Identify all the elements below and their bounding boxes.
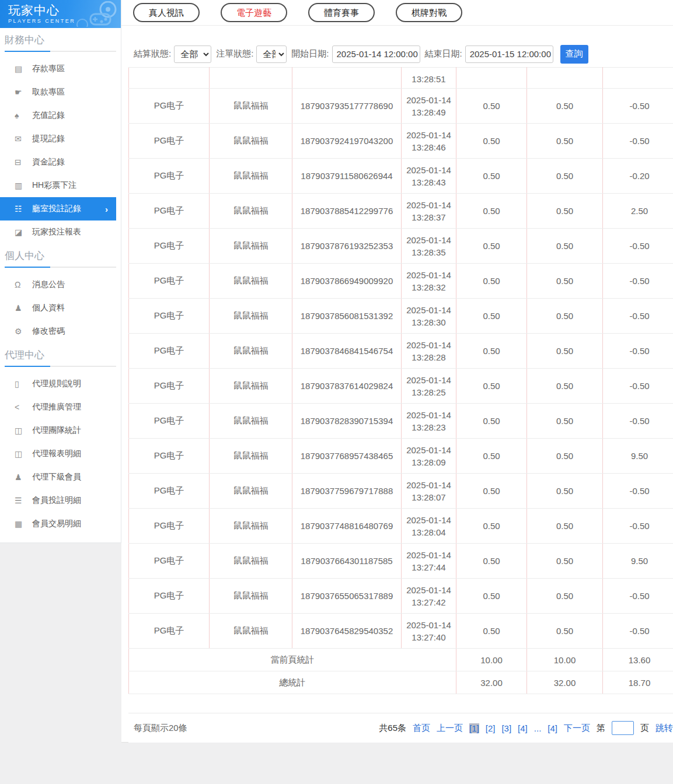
share-icon: < <box>15 402 32 412</box>
cell-bet: 0.50 <box>456 404 527 439</box>
sidebar-item-label: HH彩票下注 <box>32 180 76 191</box>
cell-win-loss: -0.50 <box>603 334 673 369</box>
cell-win-loss: -0.50 <box>603 89 673 124</box>
summary-bet: 32.00 <box>456 671 527 694</box>
end-date-input[interactable] <box>465 46 553 63</box>
cell-bet: 0.50 <box>456 124 527 159</box>
tab-sports[interactable]: 體育賽事 <box>308 3 375 22</box>
tab-board-games[interactable]: 棋牌對戰 <box>396 3 462 22</box>
order-status-select[interactable]: 全部 <box>256 46 287 63</box>
cell-valid-bet: 0.50 <box>527 334 603 369</box>
sidebar-item-agent-team-stats[interactable]: ◫ 代理團隊統計 <box>0 419 121 442</box>
tab-electronic-games[interactable]: 電子遊藝 <box>221 3 287 22</box>
sidebar-item-announcements[interactable]: Ω 消息公告 <box>0 273 121 296</box>
sidebar-item-recharge-records[interactable]: ♠ 充值記錄 <box>0 104 121 127</box>
sidebar-item-change-password[interactable]: ⚙ 修改密碼 <box>0 320 121 343</box>
jump-page-input[interactable] <box>612 721 634 735</box>
cell-bet: 0.50 <box>456 159 527 194</box>
page-link-3[interactable]: [3] <box>501 723 511 733</box>
sidebar-item-label: 會員投註明細 <box>32 495 81 506</box>
cell-provider: PG电子 <box>129 369 210 404</box>
cell-time: 2025-01-14 13:27:40 <box>402 614 456 649</box>
cell-game: 鼠鼠福福 <box>210 299 292 334</box>
page-link-last[interactable]: [4] <box>548 723 557 733</box>
cell-game: 鼠鼠福福 <box>210 474 292 509</box>
sidebar-item-withdraw-records[interactable]: ✉ 提現記錄 <box>0 127 121 150</box>
cell-provider: PG电子 <box>129 89 210 124</box>
sidebar-item-agent-report-detail[interactable]: ◫ 代理報表明細 <box>0 442 121 466</box>
cell-time: 2025-01-14 13:28:25 <box>402 369 456 404</box>
sidebar-item-member-bet-detail[interactable]: ☰ 會員投註明細 <box>0 489 121 512</box>
gamepad-icon <box>74 1 117 27</box>
sidebar-item-withdraw[interactable]: ☛ 取款專區 <box>0 80 121 104</box>
cell-game <box>210 68 292 89</box>
cell-time: 2025-01-14 13:27:44 <box>402 544 456 579</box>
cell-bet: 0.50 <box>456 439 527 474</box>
page-link-2[interactable]: [2] <box>486 723 496 733</box>
sidebar-item-funds-records[interactable]: ⊟ 資金記錄 <box>0 150 121 174</box>
page-link-1[interactable]: [1] <box>469 723 479 733</box>
sidebar-item-agent-sub-members[interactable]: ♟ 代理下級會員 <box>0 466 121 489</box>
cell-bet: 0.50 <box>456 334 527 369</box>
cell-valid-bet: 0.50 <box>527 264 603 299</box>
jump-prefix-label: 第 <box>597 723 605 734</box>
section-divider <box>5 267 116 268</box>
sidebar-item-player-bet-report[interactable]: ◪ 玩家投注報表 <box>0 220 121 244</box>
start-date-input[interactable] <box>332 46 420 63</box>
cell-bet: 0.50 <box>456 229 527 264</box>
pagination-controls: 共65条 首页 上一页 [1] [2] [3] [4] ... [4] 下一页 … <box>379 721 673 735</box>
cell-valid-bet: 0.50 <box>527 614 603 649</box>
document-icon: ▯ <box>15 379 32 388</box>
cell-valid-bet: 0.50 <box>527 544 603 579</box>
summary-valid-bet: 10.00 <box>527 649 603 671</box>
cell-provider: PG电子 <box>129 229 210 264</box>
sidebar-item-agent-rules[interactable]: ▯ 代理規則說明 <box>0 372 121 396</box>
cell-game: 鼠鼠福福 <box>210 509 292 544</box>
sidebar-item-room-bet-records[interactable]: ☷ 廳室投註記錄 › <box>0 197 116 220</box>
cell-win-loss: -0.50 <box>603 404 673 439</box>
sidebar-item-deposit[interactable]: ▤ 存款專區 <box>0 57 121 80</box>
cell-game: 鼠鼠福福 <box>210 579 292 614</box>
cell-time: 2025-01-14 13:28:28 <box>402 334 456 369</box>
first-page-link[interactable]: 首页 <box>413 723 430 734</box>
filter-bar: 結算狀態: 全部 注單狀態: 全部 開始日期: 結束日期: 查詢 <box>121 26 673 67</box>
summary-label: 總統計 <box>129 671 456 694</box>
cell-game: 鼠鼠福福 <box>210 264 292 299</box>
tab-live-casino[interactable]: 真人視訊 <box>133 3 200 22</box>
table-row: PG电子 鼠鼠福福 1879037645829540352 2025-01-14… <box>129 614 673 649</box>
sidebar-item-lottery-bets[interactable]: ▥ HH彩票下注 <box>0 174 121 197</box>
next-page-link[interactable]: 下一页 <box>564 723 590 734</box>
cell-order-id: 1879037768957438465 <box>292 439 402 474</box>
table-row: PG电子 鼠鼠福福 1879037837614029824 2025-01-14… <box>129 369 673 404</box>
sidebar-item-profile[interactable]: ♟ 個人資料 <box>0 296 121 320</box>
cell-win-loss: 9.50 <box>603 439 673 474</box>
cell-provider: PG电子 <box>129 264 210 299</box>
cell-win-loss: -0.50 <box>603 614 673 649</box>
jump-button[interactable]: 跳转 <box>655 723 673 734</box>
settle-status-select[interactable]: 全部 <box>174 46 211 63</box>
cell-time: 2025-01-14 13:27:42 <box>402 579 456 614</box>
sidebar-item-label: 廳室投註記錄 <box>32 204 81 214</box>
cell-valid-bet: 0.50 <box>527 299 603 334</box>
cell-valid-bet: 0.50 <box>527 509 603 544</box>
page-link-4[interactable]: [4] <box>518 723 528 733</box>
cell-game: 鼠鼠福福 <box>210 159 292 194</box>
bet-records-icon: ☷ <box>15 204 32 214</box>
cell-win-loss: -0.50 <box>603 229 673 264</box>
cell-game: 鼠鼠福福 <box>210 614 292 649</box>
sidebar-item-member-transaction-detail[interactable]: ▦ 會員交易明細 <box>0 512 121 536</box>
withdraw-hand-icon: ☛ <box>15 88 32 97</box>
table-row: PG电子 鼠鼠福福 1879037846841546754 2025-01-14… <box>129 334 673 369</box>
cell-provider: PG电子 <box>129 334 210 369</box>
search-button[interactable]: 查詢 <box>560 45 588 64</box>
sidebar-item-agent-promotion[interactable]: < 代理推廣管理 <box>0 396 121 419</box>
cell-game: 鼠鼠福福 <box>210 334 292 369</box>
prev-page-link[interactable]: 上一页 <box>437 723 463 734</box>
cell-order-id: 1879037655065317889 <box>292 579 402 614</box>
cell-provider: PG电子 <box>129 544 210 579</box>
table-row: PG电子 鼠鼠福福 1879037664301187585 2025-01-14… <box>129 544 673 579</box>
cell-bet: 0.50 <box>456 264 527 299</box>
sidebar-item-label: 會員交易明細 <box>32 519 81 529</box>
cell-win-loss: -0.50 <box>603 369 673 404</box>
cell-time: 2025-01-14 13:28:35 <box>402 229 456 264</box>
